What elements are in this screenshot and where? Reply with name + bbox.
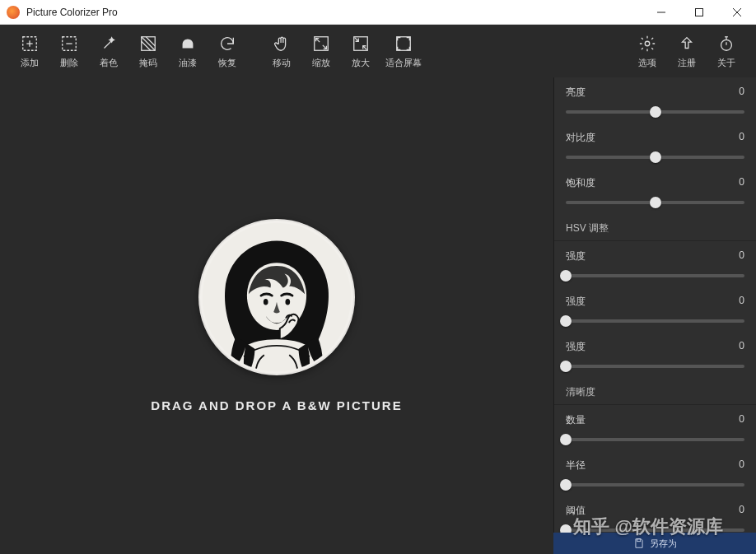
tool-label: 关于 — [717, 57, 735, 69]
slider-track[interactable] — [566, 361, 744, 372]
slider-track[interactable] — [566, 197, 744, 208]
placeholder-portrait — [198, 219, 355, 375]
tool-color[interactable]: 着色 — [89, 30, 128, 72]
adjustments-panel: 亮度0对比度0饱和度0 HSV 调整 强度0强度0强度0 清晰度 数量0半径0阈… — [553, 77, 756, 554]
up-icon — [677, 34, 697, 54]
tool-label: 掩码 — [139, 57, 157, 69]
svg-point-22 — [721, 40, 732, 50]
tool-label: 注册 — [678, 57, 696, 69]
tool-about[interactable]: 关于 — [707, 30, 746, 72]
slider-thumb[interactable] — [560, 315, 572, 327]
tool-register[interactable]: 注册 — [667, 30, 707, 72]
slider-value: 0 — [739, 459, 744, 473]
slider-value: 0 — [739, 86, 744, 100]
svg-rect-30 — [637, 539, 640, 542]
svg-line-15 — [316, 38, 320, 42]
slider-label: 亮度 — [566, 86, 586, 100]
basic-control-0: 亮度0 — [554, 77, 756, 123]
slider-track[interactable] — [566, 434, 744, 445]
tool-label: 适合屏幕 — [385, 57, 422, 69]
slider-label: 对比度 — [566, 131, 595, 145]
stopwatch-icon — [716, 34, 736, 54]
canvas-dropzone[interactable]: DRAG AND DROP A B&W PICTURE — [0, 77, 553, 554]
window-minimize-button[interactable] — [642, 0, 680, 24]
titlebar: Picture Colorizer Pro — [0, 0, 756, 25]
slider-label: 饱和度 — [566, 176, 595, 190]
save-icon — [633, 538, 645, 549]
basic-control-1: 对比度0 — [554, 123, 756, 168]
hatch-icon — [138, 34, 158, 54]
tool-zoomin[interactable]: 放大 — [341, 30, 380, 72]
svg-line-18 — [355, 37, 359, 41]
window-close-button[interactable] — [718, 0, 756, 24]
svg-point-28 — [264, 299, 268, 305]
slider-value: 0 — [739, 340, 744, 354]
tool-paint[interactable]: 油漆 — [168, 30, 208, 72]
wand-icon — [99, 34, 119, 54]
sharp-control-0: 数量0 — [554, 405, 756, 450]
slider-track[interactable] — [566, 151, 744, 163]
slider-thumb[interactable] — [650, 197, 661, 208]
hsv-control-2: 强度0 — [554, 332, 756, 377]
sharp-control-1: 半径0 — [554, 450, 756, 496]
tool-label: 选项 — [638, 57, 656, 69]
tool-label: 油漆 — [179, 57, 197, 69]
gear-icon — [637, 34, 657, 54]
svg-line-16 — [323, 44, 327, 49]
svg-line-13 — [146, 36, 155, 45]
tool-label: 添加 — [21, 57, 39, 69]
slider-thumb[interactable] — [560, 270, 572, 282]
slider-thumb[interactable] — [650, 106, 661, 118]
slider-value: 0 — [739, 131, 744, 145]
save-as-button[interactable]: 另存为 — [553, 533, 756, 554]
slider-thumb[interactable] — [560, 361, 572, 372]
slider-value: 0 — [739, 295, 744, 309]
window-maximize-button[interactable] — [680, 0, 718, 24]
hand-icon — [272, 34, 292, 54]
slider-track[interactable] — [566, 315, 744, 327]
slider-label: 强度 — [566, 340, 586, 354]
group-title-sharp: 清晰度 — [554, 377, 756, 405]
svg-rect-20 — [397, 36, 411, 50]
slider-value: 0 — [739, 504, 744, 518]
app-icon — [7, 6, 20, 19]
tool-add[interactable]: 添加 — [10, 30, 49, 72]
tool-label: 缩放 — [312, 57, 330, 69]
save-as-label: 另存为 — [650, 538, 677, 550]
slider-track[interactable] — [566, 106, 744, 118]
slider-value: 0 — [739, 176, 744, 190]
tool-zoom[interactable]: 缩放 — [301, 30, 341, 72]
tool-label: 着色 — [100, 57, 118, 69]
tool-label: 放大 — [352, 57, 370, 69]
slider-thumb[interactable] — [560, 434, 572, 445]
slider-track[interactable] — [566, 479, 744, 491]
toolbar: 添加删除着色掩码油漆恢复移动缩放放大适合屏幕 选项注册关于 — [0, 25, 756, 77]
hsv-control-0: 强度0 — [554, 241, 756, 286]
slider-label: 阈值 — [566, 504, 586, 518]
slider-value: 0 — [739, 413, 744, 427]
slider-label: 半径 — [566, 459, 586, 473]
tool-undo[interactable]: 恢复 — [208, 30, 247, 72]
group-title-hsv: HSV 调整 — [554, 213, 756, 241]
tool-fit[interactable]: 适合屏幕 — [380, 30, 427, 72]
slider-thumb[interactable] — [650, 151, 661, 163]
tool-options[interactable]: 选项 — [628, 30, 667, 72]
minus-box-icon — [59, 34, 79, 54]
window-title: Picture Colorizer Pro — [26, 7, 642, 18]
tool-move[interactable]: 移动 — [262, 30, 301, 72]
svg-line-19 — [363, 45, 367, 49]
expand-icon — [311, 34, 331, 54]
tool-mask[interactable]: 掩码 — [128, 30, 168, 72]
eraser-icon — [178, 34, 198, 54]
slider-thumb[interactable] — [560, 479, 572, 491]
tool-delete[interactable]: 删除 — [49, 30, 89, 72]
basic-control-2: 饱和度0 — [554, 168, 756, 213]
svg-rect-1 — [696, 8, 703, 16]
drop-hint-text: DRAG AND DROP A B&W PICTURE — [151, 398, 402, 412]
hsv-control-1: 强度0 — [554, 286, 756, 332]
collapse-icon — [351, 34, 371, 54]
slider-value: 0 — [739, 249, 744, 263]
slider-track[interactable] — [566, 270, 744, 282]
slider-label: 强度 — [566, 249, 586, 263]
undo-icon — [217, 34, 237, 54]
